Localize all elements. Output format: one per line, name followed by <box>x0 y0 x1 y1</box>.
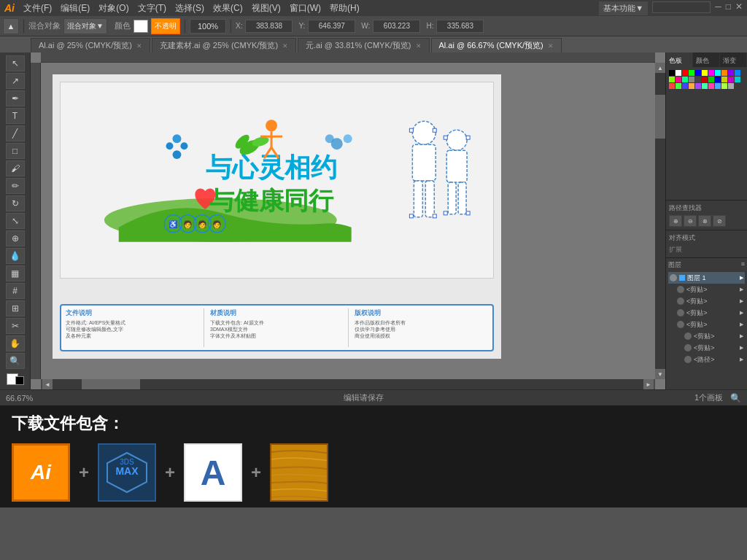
canvas-area[interactable]: 站酷海洛 站酷海洛 站酷海洛 站酷海洛 <box>31 52 665 389</box>
w-coord[interactable] <box>373 20 420 33</box>
layer-eye-8[interactable] <box>684 356 692 363</box>
tab-2-close[interactable]: ✕ <box>282 42 288 50</box>
tool-zoom[interactable]: 🔍 <box>6 353 25 369</box>
stroke-box[interactable] <box>15 376 24 385</box>
tool-select[interactable]: ↖ <box>6 55 25 71</box>
layer-eye-6[interactable] <box>684 332 692 340</box>
layer-eye-7[interactable] <box>684 344 692 351</box>
layer-eye-3[interactable] <box>677 298 684 305</box>
menu-object[interactable]: 对象(O) <box>98 2 128 15</box>
layer-item-7[interactable]: <剪贴> ▶ <box>668 342 745 354</box>
tool-pencil[interactable]: ✏ <box>6 178 25 194</box>
menu-view[interactable]: 视图(V) <box>252 2 281 15</box>
layer-item-5[interactable]: <剪贴> ▶ <box>668 319 745 330</box>
pathfinder-btn-2[interactable]: ⊖ <box>684 215 697 227</box>
zoom-input[interactable] <box>190 19 226 34</box>
pathfinder-btn-4[interactable]: ⊘ <box>713 215 726 227</box>
scroll-right[interactable]: ► <box>643 379 654 389</box>
layer-eye-1[interactable] <box>670 274 677 281</box>
tool-eyedropper[interactable]: 💧 <box>6 248 25 264</box>
color-swatch[interactable] <box>695 70 701 76</box>
search-icon[interactable]: 🔍 <box>730 393 741 403</box>
tool-pen[interactable]: ✒ <box>6 90 25 106</box>
tool-mesh[interactable]: # <box>6 283 25 299</box>
color-swatch[interactable] <box>689 77 694 82</box>
tab-1-close[interactable]: ✕ <box>136 42 142 50</box>
fill-color-swatch[interactable] <box>133 20 148 33</box>
layer-item-6[interactable]: <剪贴> ▶ <box>668 330 745 342</box>
color-swatch[interactable] <box>669 70 675 76</box>
color-swatch[interactable] <box>676 77 681 82</box>
search-input[interactable] <box>652 1 711 13</box>
tab-4-close[interactable]: ✕ <box>548 42 554 50</box>
vertical-scrollbar[interactable]: ▲ ▼ <box>655 63 665 379</box>
color-swatch[interactable] <box>728 70 734 76</box>
selection-tool[interactable]: ▲ <box>3 18 19 34</box>
layer-eye-4[interactable] <box>677 309 684 316</box>
horizontal-scrollbar[interactable]: ◄ ► <box>41 379 655 389</box>
color-swatch[interactable] <box>708 83 714 89</box>
scroll-thumb-h[interactable] <box>82 379 140 389</box>
scroll-thumb-v[interactable] <box>655 95 665 139</box>
color-swatch[interactable] <box>735 77 740 82</box>
tool-line[interactable]: ╱ <box>6 125 25 141</box>
pathfinder-btn-1[interactable]: ⊕ <box>669 215 682 227</box>
minimize-button[interactable]: ─ <box>715 1 721 15</box>
tool-gradient[interactable]: ▦ <box>6 265 25 281</box>
color-swatch[interactable] <box>728 83 734 89</box>
tool-scissors[interactable]: ✂ <box>6 318 25 334</box>
tool-scale[interactable]: ⤡ <box>6 213 25 229</box>
workspace-selector[interactable]: 基本功能▼ <box>599 1 648 15</box>
color-swatch[interactable] <box>702 77 708 82</box>
menu-edit[interactable]: 编辑(E) <box>61 2 90 15</box>
stroke-indicator[interactable]: 不透明 <box>151 18 180 34</box>
menu-window[interactable]: 窗口(W) <box>290 2 321 15</box>
color-swatch[interactable] <box>715 77 721 82</box>
tool-hand[interactable]: ✋ <box>6 335 25 351</box>
layer-item-3[interactable]: <剪贴> ▶ <box>668 295 745 307</box>
tool-shape-build[interactable]: ⊞ <box>6 300 25 316</box>
color-swatch[interactable] <box>669 83 675 89</box>
menu-effect[interactable]: 效果(C) <box>213 2 243 15</box>
color-swatch[interactable] <box>721 70 727 76</box>
color-swatch[interactable] <box>676 70 681 76</box>
layers-options[interactable]: ≡ <box>741 260 745 270</box>
layer-item-2[interactable]: <剪贴> ▶ <box>668 284 745 295</box>
blend-mode-dropdown[interactable]: 混合对象▼ <box>63 18 107 34</box>
layer-eye-2[interactable] <box>677 286 684 293</box>
color-swatch[interactable] <box>728 77 734 82</box>
menu-help[interactable]: 帮助(H) <box>330 2 360 15</box>
tool-rect[interactable]: □ <box>6 143 25 159</box>
color-swatch[interactable] <box>715 83 721 89</box>
color-swatch[interactable] <box>735 70 740 76</box>
color-swatch[interactable] <box>682 77 688 82</box>
tab-3-close[interactable]: ✕ <box>416 42 422 50</box>
close-button[interactable]: ✕ <box>735 1 743 15</box>
color-swatch[interactable] <box>708 70 714 76</box>
menu-file[interactable]: 文件(F) <box>23 2 52 15</box>
layer-item-4[interactable]: <剪贴> ▶ <box>668 307 745 319</box>
color-swatch[interactable] <box>689 83 694 89</box>
tool-rotate[interactable]: ↻ <box>6 195 25 211</box>
menu-text[interactable]: 文字(T) <box>138 2 166 15</box>
restore-button[interactable]: □ <box>726 1 731 15</box>
tab-2[interactable]: 充建素材.ai @ 25% (CMYK/预览) ✕ <box>152 38 296 52</box>
h-coord[interactable] <box>436 20 484 33</box>
color-swatch[interactable] <box>702 70 708 76</box>
tool-brush[interactable]: 🖌 <box>6 160 25 176</box>
color-swatch[interactable] <box>721 83 727 89</box>
y-coord[interactable] <box>308 20 355 33</box>
scroll-track-h[interactable] <box>53 379 643 389</box>
layer-expand-1[interactable]: ▶ <box>740 275 743 281</box>
color-swatch[interactable] <box>695 83 701 89</box>
color-swatch[interactable] <box>708 77 714 82</box>
tool-text[interactable]: T <box>6 108 25 124</box>
color-swatch[interactable] <box>682 70 688 76</box>
scroll-up[interactable]: ▲ <box>655 63 665 73</box>
tab-swatches[interactable]: 色板 <box>666 52 693 69</box>
scroll-down[interactable]: ▼ <box>655 369 665 379</box>
color-swatch[interactable] <box>669 77 675 82</box>
layer-item-8[interactable]: <路径> ▶ <box>668 354 745 365</box>
color-swatch[interactable] <box>715 70 721 76</box>
tab-4[interactable]: Al.ai @ 66.67% (CMYK/预览) ✕ <box>431 38 562 52</box>
